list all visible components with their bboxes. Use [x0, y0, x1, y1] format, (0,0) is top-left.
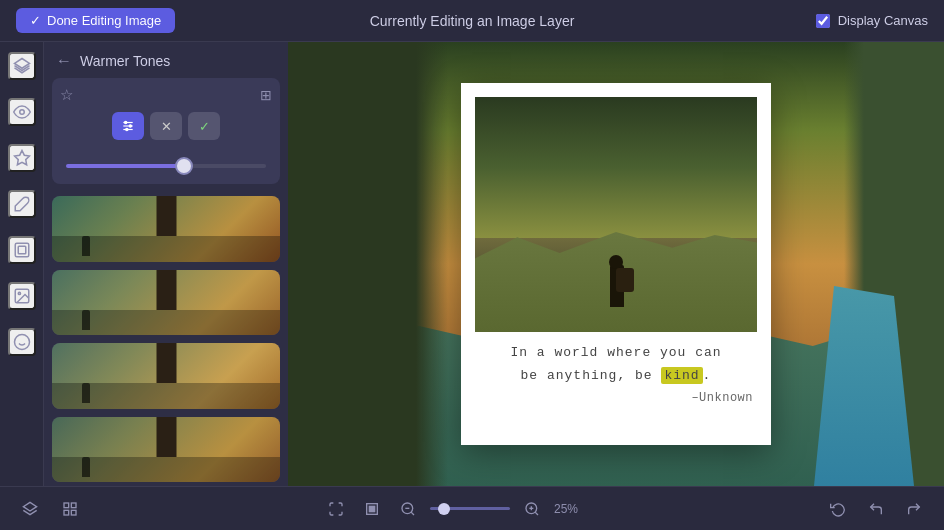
main-content: ← Warmer Tones ☆ ⊞	[0, 42, 944, 486]
zoom-in-button[interactable]	[518, 495, 546, 523]
topbar: ✓ Done Editing Image Currently Editing a…	[0, 0, 944, 42]
list-item[interactable]: Warmer Tones 3	[52, 270, 280, 336]
filter-thumbnail	[52, 196, 280, 262]
filter-thumbnail	[52, 417, 280, 483]
person-silhouette	[149, 196, 184, 236]
polaroid-card: In a world where you can be anything, be…	[461, 83, 771, 444]
person-silhouette	[149, 343, 184, 383]
save-filter-button[interactable]: ⊞	[260, 87, 272, 103]
svg-point-1	[19, 110, 24, 115]
svg-point-7	[14, 335, 29, 350]
page-title: Currently Editing an Image Layer	[370, 13, 575, 29]
display-canvas-label: Display Canvas	[838, 13, 928, 28]
svg-point-15	[126, 128, 128, 130]
filter-actions: ✕ ✓	[60, 112, 272, 140]
sparkle-icon-button[interactable]	[8, 144, 36, 172]
svg-rect-22	[369, 506, 374, 511]
filter-thumbnail	[52, 270, 280, 336]
svg-point-13	[125, 121, 127, 123]
zoom-percent: 25%	[554, 502, 586, 516]
svg-line-27	[535, 512, 538, 515]
actual-size-button[interactable]	[358, 495, 386, 523]
bottom-right-actions	[824, 495, 928, 523]
svg-point-14	[129, 125, 131, 127]
zoom-out-button[interactable]	[394, 495, 422, 523]
list-item[interactable]: Warmer Tones 4	[52, 343, 280, 409]
svg-point-6	[18, 292, 20, 294]
frame-icon-button[interactable]	[8, 236, 36, 264]
bottom-left-tools	[16, 495, 84, 523]
filter-thumbnail	[52, 343, 280, 409]
polaroid-photo	[475, 97, 757, 332]
brush-icon-button[interactable]	[8, 190, 36, 218]
active-filter-card: ☆ ⊞ ✕ ✓	[52, 78, 280, 184]
polaroid-text: In a world where you can be anything, be…	[475, 332, 757, 404]
undo-button[interactable]	[862, 495, 890, 523]
zoom-slider[interactable]	[430, 507, 510, 510]
bottom-toolbar: 25%	[0, 486, 944, 530]
tree-left	[288, 42, 448, 486]
fit-view-button[interactable]	[322, 495, 350, 523]
person-silhouette	[149, 270, 184, 310]
filter-settings-button[interactable]	[112, 112, 144, 140]
polaroid-attribution: –Unknown	[479, 391, 753, 405]
eye-icon-button[interactable]	[8, 98, 36, 126]
favorite-button[interactable]: ☆	[60, 86, 73, 104]
bottom-center-zoom: 25%	[322, 495, 586, 523]
back-button[interactable]: ←	[56, 52, 72, 70]
filter-cancel-button[interactable]: ✕	[150, 112, 182, 140]
filter-panel: ← Warmer Tones ☆ ⊞	[44, 42, 288, 486]
filter-intensity-slider[interactable]	[66, 164, 266, 168]
svg-marker-2	[14, 151, 29, 165]
layers-bottom-button[interactable]	[16, 495, 44, 523]
filter-confirm-button[interactable]: ✓	[188, 112, 220, 140]
canvas-area: In a world where you can be anything, be…	[288, 42, 944, 486]
reset-button[interactable]	[824, 495, 852, 523]
filter-slider-container	[60, 150, 272, 176]
person-silhouette	[149, 417, 184, 457]
grid-bottom-button[interactable]	[56, 495, 84, 523]
svg-rect-3	[15, 243, 29, 257]
layers-icon-button[interactable]	[8, 52, 36, 80]
active-filter-header: ← Warmer Tones	[44, 42, 288, 78]
filter-card-top: ☆ ⊞	[60, 86, 272, 104]
display-canvas-checkbox[interactable]	[816, 14, 830, 28]
svg-rect-18	[71, 503, 76, 508]
svg-rect-19	[64, 510, 69, 515]
check-icon: ✓	[30, 13, 41, 28]
svg-marker-16	[23, 502, 36, 511]
filter-panel-title: Warmer Tones	[80, 53, 170, 69]
sticker-icon-button[interactable]	[8, 328, 36, 356]
done-editing-button[interactable]: ✓ Done Editing Image	[16, 8, 175, 33]
list-item[interactable]: Warmer Tones 2	[52, 196, 280, 262]
polaroid-quote: In a world where you can be anything, be…	[479, 342, 753, 386]
svg-rect-4	[18, 246, 26, 254]
image-icon-button[interactable]	[8, 282, 36, 310]
icon-toolbar	[0, 42, 44, 486]
redo-button[interactable]	[900, 495, 928, 523]
svg-rect-17	[64, 503, 69, 508]
highlight-text: kind	[661, 367, 702, 384]
svg-line-24	[411, 512, 414, 515]
list-item[interactable]: Warmer Tones 5	[52, 417, 280, 483]
topbar-right: Display Canvas	[816, 13, 928, 28]
svg-rect-20	[71, 510, 76, 515]
